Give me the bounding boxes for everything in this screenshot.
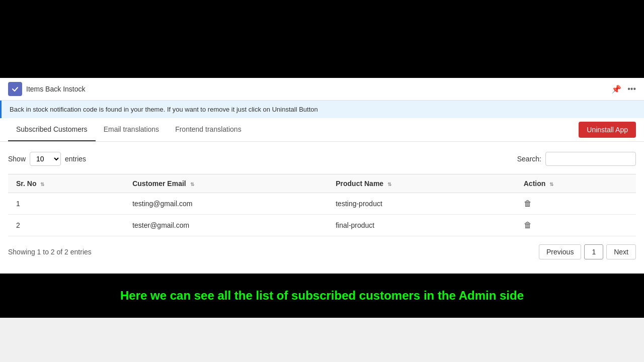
col-sr-no[interactable]: Sr. No ⇅ (8, 174, 124, 193)
table-row: 2 tester@gmail.com final-product 🗑 (8, 215, 636, 236)
col-customer-email[interactable]: Customer Email ⇅ (124, 174, 328, 193)
cell-email: tester@gmail.com (124, 215, 328, 236)
search-label: Search: (517, 155, 541, 163)
col-product-name[interactable]: Product Name ⇅ (328, 174, 516, 193)
cell-email: testing@gmail.com (124, 193, 328, 215)
entries-select[interactable]: 10 25 50 100 (30, 152, 61, 166)
tab-frontend-translations[interactable]: Frontend translations (167, 118, 250, 141)
app-header: Items Back Instock 📌 ••• (0, 78, 644, 101)
cell-action: 🗑 (516, 193, 636, 215)
tabs-container: Subscribed Customers Email translations … (8, 118, 250, 141)
col-action[interactable]: Action ⇅ (516, 174, 636, 193)
table-row: 1 testing@gmail.com testing-product 🗑 (8, 193, 636, 215)
sort-icon-email: ⇅ (190, 182, 194, 187)
delete-icon[interactable]: 🗑 (524, 221, 532, 229)
top-black-bar (0, 0, 644, 78)
search-input[interactable] (545, 152, 636, 166)
tab-email-translations[interactable]: Email translations (96, 118, 168, 141)
showing-text: Showing 1 to 2 of 2 entries (8, 248, 92, 256)
pin-icon[interactable]: 📌 (611, 84, 621, 94)
notification-bar: Back in stock notification code is found… (0, 101, 644, 118)
app-title: Items Back Instock (26, 85, 85, 93)
sort-icon-action: ⇅ (549, 182, 553, 187)
show-entries: Show 10 25 50 100 entries (8, 152, 86, 166)
cell-action: 🗑 (516, 215, 636, 236)
data-table: Sr. No ⇅ Customer Email ⇅ Product Name ⇅… (8, 174, 636, 236)
tabs-bar: Subscribed Customers Email translations … (0, 118, 644, 142)
header-actions: 📌 ••• (611, 84, 636, 94)
cell-product: testing-product (328, 193, 516, 215)
next-button[interactable]: Next (606, 244, 636, 259)
content-area: Show 10 25 50 100 entries Search: Sr. No… (0, 142, 644, 274)
svg-rect-0 (11, 84, 20, 94)
previous-button[interactable]: Previous (539, 244, 581, 259)
search-box: Search: (517, 152, 636, 166)
bottom-message: Here we can see all the list of subscrib… (10, 289, 634, 303)
bottom-bar: Here we can see all the list of subscrib… (0, 274, 644, 318)
app-header-left: Items Back Instock (8, 82, 85, 96)
page-1-button[interactable]: 1 (584, 244, 603, 259)
notification-text: Back in stock notification code is found… (10, 106, 318, 113)
table-header-row: Sr. No ⇅ Customer Email ⇅ Product Name ⇅… (8, 174, 636, 193)
entries-label: entries (65, 155, 86, 163)
show-label: Show (8, 155, 26, 163)
cell-sr-no: 2 (8, 215, 124, 236)
table-controls: Show 10 25 50 100 entries Search: (8, 152, 636, 166)
pagination-area: Showing 1 to 2 of 2 entries Previous 1 N… (8, 236, 636, 263)
uninstall-button[interactable]: Uninstall App (579, 122, 636, 138)
tab-subscribed-customers[interactable]: Subscribed Customers (8, 118, 96, 141)
cell-product: final-product (328, 215, 516, 236)
cell-sr-no: 1 (8, 193, 124, 215)
more-icon[interactable]: ••• (627, 84, 636, 94)
sort-icon-product: ⇅ (387, 182, 391, 187)
pagination: Previous 1 Next (539, 244, 636, 259)
app-icon (8, 82, 22, 96)
sort-icon-sr-no: ⇅ (40, 182, 44, 187)
delete-icon[interactable]: 🗑 (524, 199, 532, 208)
